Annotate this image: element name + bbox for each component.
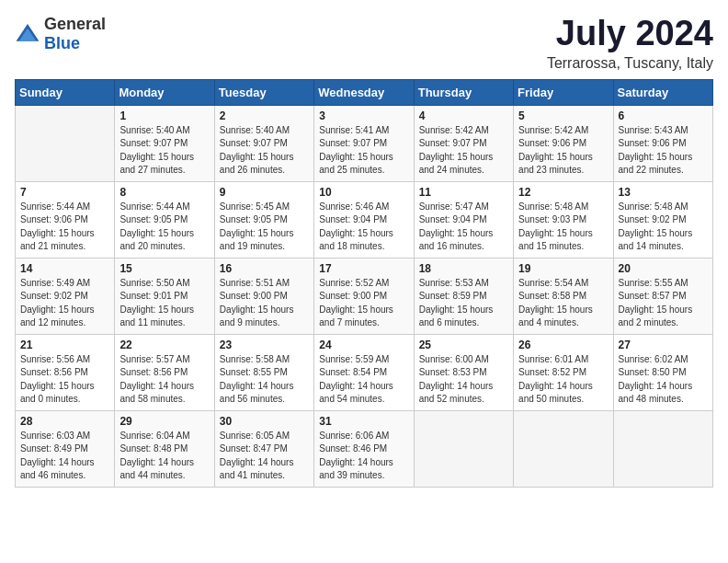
cell-info: Sunrise: 5:50 AMSunset: 9:01 PMDaylight:… [119, 277, 209, 330]
logo-text: General Blue [44, 15, 106, 53]
day-number: 26 [518, 339, 608, 351]
cell-info: Sunrise: 5:42 AMSunset: 9:06 PMDaylight:… [518, 124, 608, 178]
day-number: 14 [20, 262, 109, 275]
day-number: 31 [319, 415, 408, 428]
cell-info: Sunrise: 5:40 AMSunset: 9:07 PMDaylight:… [119, 124, 209, 178]
week-row-1: 1Sunrise: 5:40 AMSunset: 9:07 PMDaylight… [16, 105, 713, 181]
day-number: 3 [319, 109, 408, 122]
cell-info: Sunrise: 6:05 AMSunset: 8:47 PMDaylight:… [220, 430, 309, 483]
day-number: 12 [518, 186, 608, 199]
day-cell: 15Sunrise: 5:50 AMSunset: 9:01 PMDayligh… [115, 258, 214, 334]
header: General Blue July 2024 Terrarossa, Tusca… [15, 15, 713, 72]
day-number: 6 [619, 109, 708, 122]
cell-info: Sunrise: 5:51 AMSunset: 9:00 PMDaylight:… [220, 277, 309, 330]
day-cell: 26Sunrise: 6:01 AMSunset: 8:52 PMDayligh… [514, 334, 613, 410]
header-saturday: Saturday [613, 79, 712, 105]
day-cell: 9Sunrise: 5:45 AMSunset: 9:05 PMDaylight… [214, 181, 313, 258]
cell-info: Sunrise: 5:55 AMSunset: 8:57 PMDaylight:… [619, 277, 708, 330]
day-cell: 31Sunrise: 6:06 AMSunset: 8:46 PMDayligh… [314, 410, 414, 487]
day-cell: 5Sunrise: 5:42 AMSunset: 9:06 PMDaylight… [514, 105, 613, 181]
day-number: 16 [220, 262, 309, 275]
cell-info: Sunrise: 5:44 AMSunset: 9:05 PMDaylight:… [119, 201, 209, 254]
cell-info: Sunrise: 5:47 AMSunset: 9:04 PMDaylight:… [419, 201, 508, 254]
day-cell: 29Sunrise: 6:04 AMSunset: 8:48 PMDayligh… [115, 410, 214, 487]
logo-blue: Blue [44, 34, 80, 52]
day-cell: 13Sunrise: 5:48 AMSunset: 9:02 PMDayligh… [613, 181, 712, 258]
logo-icon [15, 21, 40, 47]
week-row-5: 28Sunrise: 6:03 AMSunset: 8:49 PMDayligh… [16, 410, 713, 487]
day-cell: 14Sunrise: 5:49 AMSunset: 9:02 PMDayligh… [16, 258, 115, 334]
cell-info: Sunrise: 5:46 AMSunset: 9:04 PMDaylight:… [319, 201, 408, 254]
header-friday: Friday [514, 79, 613, 105]
day-number: 2 [220, 109, 309, 122]
cell-info: Sunrise: 5:43 AMSunset: 9:06 PMDaylight:… [619, 124, 708, 178]
day-number: 29 [119, 415, 209, 428]
cell-info: Sunrise: 5:40 AMSunset: 9:07 PMDaylight:… [220, 124, 309, 178]
day-cell: 21Sunrise: 5:56 AMSunset: 8:56 PMDayligh… [16, 334, 115, 410]
day-cell: 20Sunrise: 5:55 AMSunset: 8:57 PMDayligh… [613, 258, 712, 334]
day-cell: 16Sunrise: 5:51 AMSunset: 9:00 PMDayligh… [214, 258, 313, 334]
day-number: 1 [119, 109, 209, 122]
cell-info: Sunrise: 6:06 AMSunset: 8:46 PMDaylight:… [319, 430, 408, 483]
day-cell: 24Sunrise: 5:59 AMSunset: 8:54 PMDayligh… [314, 334, 414, 410]
day-cell: 19Sunrise: 5:54 AMSunset: 8:58 PMDayligh… [514, 258, 613, 334]
day-cell: 30Sunrise: 6:05 AMSunset: 8:47 PMDayligh… [214, 410, 313, 487]
day-cell: 7Sunrise: 5:44 AMSunset: 9:06 PMDaylight… [16, 181, 115, 258]
day-number: 28 [20, 415, 109, 428]
day-number: 20 [619, 262, 708, 275]
day-cell: 25Sunrise: 6:00 AMSunset: 8:53 PMDayligh… [414, 334, 513, 410]
header-monday: Monday [115, 79, 214, 105]
day-cell: 2Sunrise: 5:40 AMSunset: 9:07 PMDaylight… [214, 105, 313, 181]
day-number: 25 [419, 339, 508, 351]
title-area: July 2024 Terrarossa, Tuscany, Italy [547, 15, 713, 72]
day-cell: 27Sunrise: 6:02 AMSunset: 8:50 PMDayligh… [613, 334, 712, 410]
day-cell [16, 105, 115, 181]
calendar-table: SundayMondayTuesdayWednesdayThursdayFrid… [15, 79, 713, 488]
day-number: 21 [20, 339, 109, 351]
cell-info: Sunrise: 5:58 AMSunset: 8:55 PMDaylight:… [220, 353, 309, 407]
day-number: 30 [220, 415, 309, 428]
day-cell [613, 410, 712, 487]
cell-info: Sunrise: 6:01 AMSunset: 8:52 PMDaylight:… [518, 353, 608, 407]
cell-info: Sunrise: 5:48 AMSunset: 9:03 PMDaylight:… [518, 201, 608, 254]
cell-info: Sunrise: 5:56 AMSunset: 8:56 PMDaylight:… [20, 353, 109, 407]
day-number: 17 [319, 262, 408, 275]
day-cell: 3Sunrise: 5:41 AMSunset: 9:07 PMDaylight… [314, 105, 414, 181]
cell-info: Sunrise: 5:42 AMSunset: 9:07 PMDaylight:… [419, 124, 508, 178]
day-cell: 22Sunrise: 5:57 AMSunset: 8:56 PMDayligh… [115, 334, 214, 410]
cell-info: Sunrise: 5:45 AMSunset: 9:05 PMDaylight:… [220, 201, 309, 254]
cell-info: Sunrise: 5:44 AMSunset: 9:06 PMDaylight:… [20, 201, 109, 254]
day-number: 8 [119, 186, 209, 199]
week-row-4: 21Sunrise: 5:56 AMSunset: 8:56 PMDayligh… [16, 334, 713, 410]
day-cell: 8Sunrise: 5:44 AMSunset: 9:05 PMDaylight… [115, 181, 214, 258]
day-number: 23 [220, 339, 309, 351]
day-number: 18 [419, 262, 508, 275]
cell-info: Sunrise: 5:57 AMSunset: 8:56 PMDaylight:… [119, 353, 209, 407]
day-cell: 6Sunrise: 5:43 AMSunset: 9:06 PMDaylight… [613, 105, 712, 181]
cell-info: Sunrise: 5:59 AMSunset: 8:54 PMDaylight:… [319, 353, 408, 407]
day-cell: 17Sunrise: 5:52 AMSunset: 9:00 PMDayligh… [314, 258, 414, 334]
day-number: 27 [619, 339, 708, 351]
header-tuesday: Tuesday [214, 79, 313, 105]
day-number: 19 [518, 262, 608, 275]
cell-info: Sunrise: 5:41 AMSunset: 9:07 PMDaylight:… [319, 124, 408, 178]
location-subtitle: Terrarossa, Tuscany, Italy [547, 55, 713, 72]
week-row-3: 14Sunrise: 5:49 AMSunset: 9:02 PMDayligh… [16, 258, 713, 334]
cell-info: Sunrise: 6:03 AMSunset: 8:49 PMDaylight:… [20, 430, 109, 483]
day-number: 13 [619, 186, 708, 199]
cell-info: Sunrise: 6:00 AMSunset: 8:53 PMDaylight:… [419, 353, 508, 407]
day-cell [514, 410, 613, 487]
day-cell: 11Sunrise: 5:47 AMSunset: 9:04 PMDayligh… [414, 181, 513, 258]
header-sunday: Sunday [16, 79, 115, 105]
month-title: July 2024 [547, 15, 713, 53]
cell-info: Sunrise: 5:54 AMSunset: 8:58 PMDaylight:… [518, 277, 608, 330]
day-cell: 12Sunrise: 5:48 AMSunset: 9:03 PMDayligh… [514, 181, 613, 258]
header-wednesday: Wednesday [314, 79, 414, 105]
logo: General Blue [15, 15, 106, 53]
day-number: 4 [419, 109, 508, 122]
day-cell: 1Sunrise: 5:40 AMSunset: 9:07 PMDaylight… [115, 105, 214, 181]
cell-info: Sunrise: 5:48 AMSunset: 9:02 PMDaylight:… [619, 201, 708, 254]
day-cell: 4Sunrise: 5:42 AMSunset: 9:07 PMDaylight… [414, 105, 513, 181]
day-number: 9 [220, 186, 309, 199]
day-cell: 23Sunrise: 5:58 AMSunset: 8:55 PMDayligh… [214, 334, 313, 410]
